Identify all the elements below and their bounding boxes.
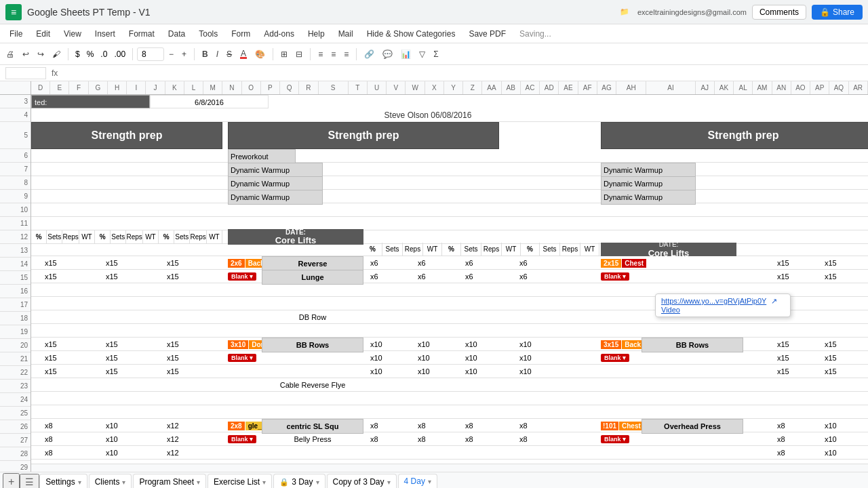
- font-size-up[interactable]: +: [178, 47, 190, 61]
- tab-clients[interactable]: Clients ▾: [89, 474, 132, 489]
- share-button[interactable]: 🔒 Share: [812, 5, 863, 20]
- highlight-button[interactable]: 🎨: [252, 47, 269, 61]
- decimal-decrease[interactable]: .0: [98, 49, 110, 59]
- client-title: Steve Olson 06/08/2016: [224, 108, 631, 122]
- cell-z19: x10: [519, 338, 532, 351]
- align-right[interactable]: ≡: [340, 47, 352, 61]
- wt-c1: WT: [423, 243, 442, 256]
- menu-insert[interactable]: Insert: [88, 26, 122, 41]
- tab-program-sheet[interactable]: Program Sheet ▾: [133, 474, 206, 489]
- tab-3day-label: 3 Day: [292, 477, 313, 487]
- undo-button[interactable]: ↩: [19, 47, 33, 61]
- cell-ak25: x8: [777, 419, 785, 432]
- font-size-input[interactable]: [137, 47, 164, 61]
- align-left[interactable]: ≡: [315, 47, 326, 61]
- link-button[interactable]: 🔗: [361, 47, 378, 61]
- horizontal-scrollbar[interactable]: [0, 464, 868, 472]
- function-button[interactable]: Σ: [430, 47, 441, 61]
- cell-z20: x10: [519, 351, 532, 365]
- cell-x14: x6: [465, 270, 473, 283]
- menu-save-pdf[interactable]: Save PDF: [462, 26, 513, 41]
- col-AP: AP: [810, 81, 829, 94]
- dynamic-warmup-1-center: Dynamic Warmup: [228, 163, 323, 178]
- col-T: T: [349, 81, 368, 94]
- comment-button[interactable]: 💬: [379, 47, 396, 61]
- add-sheet-button[interactable]: +: [3, 473, 20, 489]
- menu-tools[interactable]: Tools: [192, 26, 224, 41]
- link-popup[interactable]: https://www.yo...v=gRVjAtPip0Y ↗ Video: [655, 293, 791, 317]
- font-color-button[interactable]: A: [237, 47, 250, 61]
- percent-symbol: %: [84, 49, 97, 59]
- cell-v13: x6: [418, 256, 426, 270]
- menu-hide-show[interactable]: Hide & Show Categories: [360, 26, 462, 41]
- cell-am27: x10: [825, 446, 837, 460]
- strikethrough-button[interactable]: S: [223, 47, 235, 61]
- cell-h27: x10: [106, 446, 118, 460]
- blank-btn-center-3[interactable]: Blank ▾: [228, 435, 256, 443]
- row-num-26: 26: [0, 420, 31, 434]
- cell-t14: x6: [370, 270, 378, 283]
- sheet-menu-button[interactable]: ☰: [20, 474, 39, 489]
- blank-btn-center-2[interactable]: Blank ▾: [228, 354, 256, 362]
- formula-input[interactable]: [63, 68, 863, 78]
- cell-date: 6/8/2016: [150, 95, 269, 108]
- menu-view[interactable]: View: [57, 26, 88, 41]
- merge-button[interactable]: ⊟: [292, 47, 306, 61]
- col-AR: AR: [849, 81, 868, 94]
- tab-copy-3day[interactable]: Copy of 3 Day ▾: [327, 474, 397, 489]
- menu-form[interactable]: Form: [224, 26, 257, 41]
- cell-l26: x12: [167, 432, 179, 446]
- link-url[interactable]: https://www.yo...v=gRVjAtPip0Y: [661, 297, 766, 305]
- menu-addons[interactable]: Add-ons: [257, 26, 301, 41]
- reps-label-l1: Reps: [62, 230, 79, 244]
- cell-reference-input[interactable]: [5, 67, 46, 79]
- cell-z14: x6: [519, 270, 528, 283]
- col-V: V: [387, 81, 406, 94]
- italic-button[interactable]: I: [213, 47, 222, 61]
- paint-format-button[interactable]: 🖌: [49, 47, 64, 61]
- col-AJ: AJ: [696, 81, 715, 94]
- tag-2x6: 2x6: [228, 259, 245, 268]
- tag-chest2: Chest: [619, 422, 644, 430]
- blank-btn-right-3[interactable]: Blank ▾: [601, 435, 629, 443]
- video-link[interactable]: Video: [661, 306, 680, 314]
- preworkout-cell: Preworkout: [228, 149, 296, 164]
- tab-exercise-list[interactable]: Exercise List ▾: [208, 474, 272, 489]
- bold-button[interactable]: B: [199, 47, 212, 61]
- cell-z25: x8: [519, 419, 528, 432]
- borders-button[interactable]: ⊞: [277, 47, 291, 61]
- menu-mail[interactable]: Mail: [332, 26, 360, 41]
- exercise-overhead-press: Overhead Press: [642, 419, 743, 434]
- tab-3day[interactable]: 🔒 3 Day ▾: [273, 474, 325, 489]
- row-22: Cable Reverse Flye: [31, 378, 868, 392]
- comments-button[interactable]: Comments: [752, 5, 806, 20]
- print-button[interactable]: 🖨: [3, 47, 18, 61]
- blank-btn-center-1[interactable]: Blank ▾: [228, 272, 256, 281]
- col-AI: AI: [646, 81, 695, 94]
- col-AA: AA: [482, 81, 501, 94]
- col-M: M: [203, 81, 222, 94]
- filter-button[interactable]: ▽: [416, 47, 429, 61]
- cell-d20: x15: [45, 351, 57, 365]
- cell-l25: x12: [167, 419, 179, 432]
- tab-settings[interactable]: Settings ▾: [39, 474, 87, 489]
- blank-btn-right-1[interactable]: Blank ▾: [601, 272, 629, 281]
- grid-content[interactable]: ted: 6/8/2016 Steve Olson 06/08/2016 Str…: [31, 95, 868, 472]
- font-size-down[interactable]: −: [165, 47, 177, 61]
- menu-edit[interactable]: Edit: [29, 26, 57, 41]
- menu-help[interactable]: Help: [301, 26, 332, 41]
- align-center[interactable]: ≡: [328, 47, 339, 61]
- tab-settings-arrow: ▾: [78, 479, 81, 486]
- tab-4day[interactable]: 4 Day ▾: [398, 474, 437, 489]
- redo-button[interactable]: ↪: [34, 47, 47, 61]
- blank-btn-right-2[interactable]: Blank ▾: [601, 354, 629, 362]
- wt-label-l3: WT: [207, 230, 222, 244]
- dynamic-warmup-2-center: Dynamic Warmup: [228, 176, 323, 191]
- decimal-increase[interactable]: .00: [111, 49, 128, 59]
- menu-file[interactable]: File: [3, 26, 29, 41]
- exercise-eccentric: centric SL Squ: [262, 419, 363, 434]
- sets-c3: Sets: [540, 243, 560, 256]
- chart-button[interactable]: 📊: [397, 47, 414, 61]
- menu-data[interactable]: Data: [161, 26, 192, 41]
- menu-format[interactable]: Format: [122, 26, 161, 41]
